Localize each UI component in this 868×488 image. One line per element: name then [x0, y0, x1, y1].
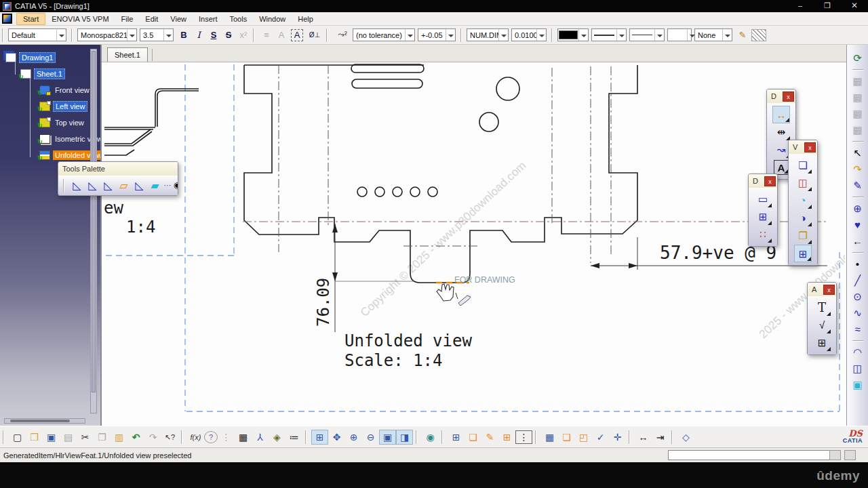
toolbar-grip[interactable] [460, 28, 464, 42]
structure-tree-icon[interactable]: ⅄ [252, 429, 269, 445]
instantiate-2d-icon[interactable]: ✎ [481, 429, 498, 445]
eraser-icon[interactable]: ◇ [677, 429, 694, 445]
quick-view-icon[interactable]: ◨ [396, 430, 413, 445]
dim-horizontal-icon[interactable]: ◺ [100, 178, 116, 193]
view-table-icon[interactable]: ⊞ [794, 245, 812, 262]
strikethrough-button[interactable]: S [221, 28, 236, 43]
slot-feature[interactable] [351, 64, 424, 73]
hole-feature[interactable] [479, 113, 498, 131]
close-icon[interactable]: x [823, 285, 835, 295]
hole-feature[interactable] [496, 77, 519, 100]
menu-insert[interactable]: Insert [193, 14, 224, 24]
tree-label-left-view[interactable]: Left view [53, 101, 87, 112]
hole-feature[interactable] [393, 187, 402, 197]
maximize-button[interactable]: ❐ [814, 0, 841, 12]
datum-feature-icon[interactable]: √ [813, 317, 831, 334]
open-icon[interactable]: ❒ [26, 429, 43, 445]
tree-item-top-view[interactable]: ↻ Top view [39, 117, 86, 129]
toolbar-grip[interactable] [63, 179, 66, 192]
tree-label-top-view[interactable]: Top view [53, 118, 86, 127]
point-type-combo[interactable] [667, 28, 692, 41]
left-view-label-fragment[interactable]: ew [104, 199, 123, 218]
new-document-icon[interactable]: ▢ [9, 429, 26, 445]
comment-query-icon[interactable]: ? [204, 431, 218, 443]
dimensions-icon[interactable]: ↔ [772, 106, 790, 123]
dimension-system-icon[interactable]: ✛ [609, 429, 626, 445]
bold-button[interactable]: B [176, 28, 191, 43]
menu-window[interactable]: Window [253, 14, 292, 24]
front-view-create-icon[interactable]: ▦ [850, 73, 866, 89]
table-icon[interactable]: ⊞ [813, 334, 831, 352]
chained-dimensions-icon[interactable]: ⇹ [772, 123, 790, 141]
toolbar-grip[interactable] [3, 430, 6, 444]
auxiliary-view-icon[interactable]: ▦ [850, 106, 866, 122]
copy-icon[interactable]: ❐ [94, 429, 111, 445]
smart-pick-icon[interactable]: ⊕ [850, 201, 866, 217]
spline-tool-icon[interactable]: ≈ [850, 321, 866, 338]
zoom-in-icon[interactable]: ⊕ [345, 429, 362, 445]
visualization-icon[interactable]: ♥ [850, 217, 866, 233]
measure-item-icon[interactable]: ⇥ [652, 429, 669, 445]
cut-icon[interactable]: ✂ [77, 429, 94, 445]
dim-projected-icon[interactable]: ◺ [69, 178, 85, 193]
knowledge-icon[interactable]: ✎ [850, 178, 866, 194]
redo-icon[interactable]: ↷ [144, 429, 161, 445]
pattern-swatch[interactable] [751, 29, 766, 41]
underline-button[interactable]: S [206, 28, 221, 43]
line-type-combo[interactable] [629, 28, 665, 41]
line-weight-combo[interactable] [591, 28, 627, 41]
close-icon[interactable]: x [804, 142, 816, 152]
link-icon[interactable]: ⋮ [218, 429, 235, 445]
hole-feature[interactable] [357, 187, 367, 197]
section-view-icon[interactable]: ◫ [794, 174, 812, 192]
circle-tool-icon[interactable]: ⊙ [850, 289, 866, 305]
toolbar-grip[interactable] [253, 28, 256, 42]
close-icon[interactable]: x [783, 92, 794, 102]
formula-icon[interactable]: f(x) [187, 429, 204, 445]
tree-item-sheet[interactable]: ↻ Sheet.1 [20, 68, 65, 80]
command-input[interactable] [668, 450, 834, 460]
work-grid-icon[interactable]: ▦ [541, 429, 558, 445]
save-icon[interactable]: ▣ [43, 429, 60, 445]
close-icon[interactable]: x [764, 176, 776, 186]
toolbar-grip[interactable] [71, 28, 75, 42]
tree-label-sheet[interactable]: Sheet.1 [34, 68, 65, 79]
numerical-format-combo[interactable]: NUM.DIMM [467, 28, 509, 41]
profile-tool-icon[interactable]: ∿ [850, 305, 866, 321]
calculator-icon[interactable]: ▦ [235, 429, 252, 445]
hole-feature[interactable] [428, 187, 437, 197]
tools-palette-title[interactable]: Tools Palette [58, 162, 178, 176]
sheet-tab[interactable]: Sheet.1 [107, 47, 148, 62]
fly-mode-icon[interactable]: ↷ [850, 161, 866, 178]
select-arrow-icon[interactable]: ↖ [850, 145, 866, 161]
unfolded-view-label[interactable]: Unfolded view [344, 331, 472, 350]
new-view-icon[interactable]: ⊞ [754, 208, 772, 226]
command-history-button[interactable] [829, 450, 841, 460]
line-tool-icon[interactable]: ╱ [850, 272, 866, 289]
command-run-button[interactable] [844, 450, 856, 460]
height-dimension-value[interactable]: 76.09 [314, 278, 333, 327]
minimize-button[interactable]: – [787, 0, 814, 12]
broken-view-icon[interactable]: ❐ [794, 227, 812, 245]
breakout-view-icon[interactable]: ◑ [794, 209, 812, 227]
view-creation-wizard-icon[interactable]: ❏ [465, 429, 481, 445]
bend-centerlines[interactable] [243, 65, 827, 263]
traffic-light-icon[interactable]: ⋮ [515, 430, 532, 444]
drawing-sheet[interactable]: Copyright © 2025 - www.p30download.com 2… [102, 62, 845, 426]
tree-vertical-scrollbar[interactable] [90, 49, 97, 413]
tolerance-value-combo[interactable]: +-0.05 [418, 28, 456, 41]
auxiliary-view-icon[interactable]: ❏ [794, 157, 812, 174]
painter-icon[interactable]: ✎ [735, 28, 750, 43]
font-size-combo[interactable]: 3.5 [140, 28, 174, 41]
projection-view-icon[interactable]: ▦ [850, 89, 866, 106]
trim-tool-icon[interactable]: ▣ [850, 377, 866, 393]
dimension-line-icon[interactable]: ⤳² [332, 28, 353, 43]
left-view-geometry[interactable] [104, 89, 199, 155]
lock-icon[interactable]: ◈ [269, 429, 285, 445]
arc-tool-icon[interactable]: ◠ [850, 344, 866, 361]
tolerance-type-combo[interactable]: (no tolerance) [353, 28, 415, 41]
tree-item-front-view[interactable]: ↻ Front view [39, 84, 92, 96]
point-tool-icon[interactable]: • [850, 256, 866, 272]
font-combo[interactable]: Monospac821 [77, 28, 137, 41]
precision-combo[interactable]: 0.0100 [511, 28, 547, 41]
